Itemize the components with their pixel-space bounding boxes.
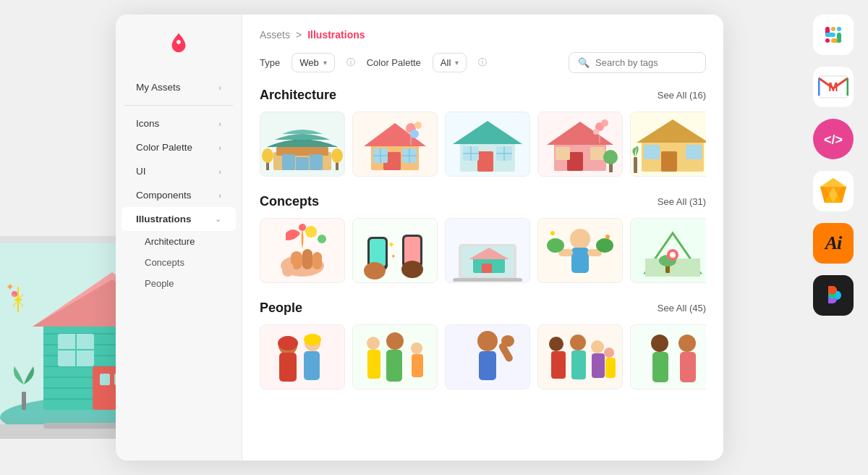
color-palette-label: Color Palette [136, 142, 192, 153]
svg-rect-189 [551, 351, 566, 379]
svg-point-176 [367, 337, 380, 350]
concepts-illus-card[interactable]: ✦ ✦ [352, 218, 438, 283]
sketch-icon[interactable] [813, 171, 854, 211]
chevron-right-icon: › [218, 191, 221, 200]
sidebar-sub-item-concepts[interactable]: Concepts [122, 252, 236, 273]
svg-text:</>: </> [824, 133, 843, 147]
svg-point-180 [411, 342, 422, 354]
svg-rect-6 [837, 27, 841, 31]
people-illus-card[interactable] [445, 324, 530, 390]
concepts-section-header: Concepts See All (31) [260, 194, 706, 209]
svg-text:✦: ✦ [6, 281, 14, 293]
main-content: Assets > Illustrations Type Web ▾ ⓘ Colo… [242, 14, 723, 461]
sidebar-sub-item-people[interactable]: People [122, 273, 236, 294]
svg-rect-119 [686, 145, 702, 159]
app-icons-panel: M </> Ai [813, 14, 854, 316]
architecture-illus-card[interactable] [260, 112, 345, 177]
color-palette-info-icon[interactable]: ⓘ [478, 56, 487, 69]
svg-rect-168 [260, 325, 344, 389]
svg-rect-181 [412, 354, 423, 377]
airbnb-logo [116, 32, 242, 55]
architecture-section-header: Architecture See All (16) [260, 88, 706, 103]
svg-point-75 [262, 148, 273, 163]
my-assets-label: My Assets [136, 82, 181, 93]
architecture-illus-card[interactable] [445, 112, 530, 177]
svg-rect-5 [825, 33, 835, 37]
sidebar-item-my-assets[interactable]: My Assets › [122, 75, 236, 99]
gmail-icon[interactable]: M [813, 67, 854, 107]
code-icon[interactable]: </> [813, 119, 854, 159]
color-palette-filter-value: All [441, 57, 451, 68]
svg-rect-72 [296, 157, 309, 170]
svg-rect-7 [837, 38, 841, 43]
type-filter-info-icon[interactable]: ⓘ [346, 56, 355, 69]
architecture-illus-card[interactable] [537, 112, 623, 177]
svg-rect-71 [282, 154, 295, 170]
concepts-illus-card[interactable] [260, 218, 345, 283]
svg-rect-120 [634, 157, 637, 173]
svg-point-67 [176, 40, 181, 44]
sidebar-sub-item-architecture[interactable]: Architecture [122, 231, 236, 252]
architecture-sub-label: Architecture [145, 236, 195, 247]
breadcrumb: Assets > Illustrations [260, 29, 706, 41]
svg-rect-149 [453, 278, 522, 282]
color-palette-filter-label: Color Palette [367, 57, 421, 68]
search-box[interactable]: 🔍 [569, 52, 706, 73]
people-see-all[interactable]: See All (45) [658, 303, 706, 314]
svg-rect-148 [482, 264, 492, 273]
illustrations-label: Illustrations [136, 214, 192, 224]
people-illus-card[interactable] [630, 324, 706, 390]
type-filter-select[interactable]: Web ▾ [292, 53, 335, 72]
architecture-illus-card[interactable] [630, 112, 706, 177]
concepts-grid: ✦ ✦ [260, 218, 706, 283]
svg-point-151 [570, 229, 590, 249]
people-illus-card[interactable] [352, 324, 438, 390]
search-input[interactable] [595, 57, 697, 68]
svg-point-110 [593, 129, 599, 135]
concepts-illus-card[interactable] [537, 218, 623, 283]
sidebar-item-color-palette[interactable]: Color Palette › [122, 135, 236, 159]
concepts-illus-card[interactable] [445, 218, 530, 283]
people-illus-card[interactable] [537, 324, 623, 390]
svg-point-186 [501, 335, 514, 347]
components-label: Components [136, 190, 192, 201]
people-grid [260, 324, 706, 390]
svg-point-197 [651, 335, 668, 352]
sidebar-item-icons[interactable]: Icons › [122, 112, 236, 135]
sidebar-item-ui[interactable]: UI › [122, 159, 236, 183]
architecture-illus-card[interactable] [352, 112, 438, 177]
svg-rect-118 [644, 145, 660, 159]
svg-point-183 [477, 331, 498, 351]
svg-point-170 [278, 336, 298, 350]
svg-rect-107 [590, 147, 605, 160]
slack-icon[interactable] [813, 14, 854, 55]
svg-point-174 [304, 334, 321, 345]
architecture-see-all[interactable]: See All (16) [658, 90, 706, 101]
svg-rect-139 [404, 237, 420, 264]
chevron-down-icon: ⌄ [215, 214, 221, 224]
search-icon: 🔍 [578, 57, 590, 68]
svg-rect-129 [312, 252, 322, 269]
svg-point-178 [386, 332, 404, 350]
concepts-illus-card[interactable] [630, 218, 706, 283]
figma-icon[interactable] [813, 275, 854, 316]
architecture-section-title: Architecture [260, 88, 336, 103]
concepts-sub-label: Concepts [145, 257, 184, 268]
concepts-see-all[interactable]: See All (31) [658, 196, 706, 207]
svg-point-109 [601, 119, 608, 127]
svg-point-131 [305, 226, 317, 238]
svg-rect-130 [282, 262, 294, 277]
illustrator-icon[interactable]: Ai [813, 223, 854, 264]
sidebar-divider [124, 105, 233, 106]
svg-point-132 [318, 235, 326, 243]
people-illus-card[interactable] [260, 324, 345, 390]
svg-point-192 [591, 340, 604, 353]
chevron-right-icon: › [218, 83, 221, 92]
ai-label: Ai [825, 232, 842, 254]
svg-rect-55 [22, 392, 26, 410]
color-palette-filter-select[interactable]: All ▾ [433, 53, 467, 72]
chevron-down-icon: ▾ [323, 59, 327, 67]
sidebar-item-components[interactable]: Components › [122, 183, 236, 207]
svg-rect-193 [592, 353, 605, 378]
sidebar-item-illustrations[interactable]: Illustrations ⌄ [122, 207, 236, 231]
